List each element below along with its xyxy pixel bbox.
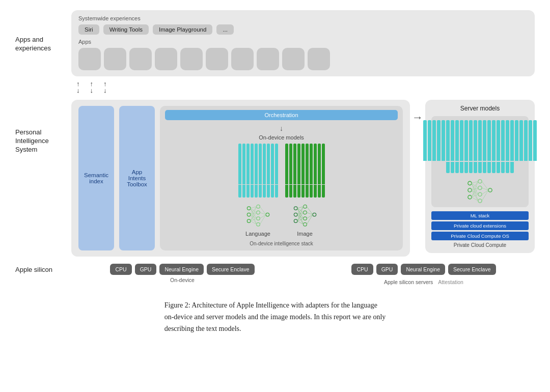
img-bot-6 xyxy=(306,185,309,198)
language-bars-top xyxy=(238,144,278,184)
pcc-os-bar: Private Cloud Compute OS xyxy=(431,232,529,240)
lang-bot-7 xyxy=(263,185,266,198)
img-bot-5 xyxy=(301,185,305,198)
s-bar-11 xyxy=(469,120,473,161)
img-bot-10 xyxy=(322,185,325,198)
apps-experiences-label: Apps and experiences xyxy=(15,15,71,53)
s-bot-14 xyxy=(506,162,509,173)
left-labels: Apps and experiences Personal Intelligen… xyxy=(15,10,71,274)
ondevice-models-block: Orchestration ↓ On-device models xyxy=(160,106,403,250)
s-bar-21 xyxy=(515,120,518,161)
language-nn-icon xyxy=(245,202,271,228)
ml-stack-bar: ML stack xyxy=(431,211,529,220)
lang-bot-2 xyxy=(242,185,245,198)
s-bar-6 xyxy=(446,120,450,161)
lang-bot-9 xyxy=(271,185,274,198)
orch-down-arrow: ↓ xyxy=(165,124,398,132)
svg-point-0 xyxy=(247,207,251,210)
lang-bot-1 xyxy=(238,185,241,198)
s-bot-11 xyxy=(492,162,496,173)
s-bar-2 xyxy=(428,120,431,161)
server-section: Server models xyxy=(425,100,535,253)
img-bot-4 xyxy=(297,185,300,198)
s-bar-10 xyxy=(464,120,468,161)
svg-line-70 xyxy=(482,190,488,194)
image-bars-top xyxy=(285,144,325,184)
language-model-block: Language xyxy=(238,144,278,237)
models-row: Language xyxy=(165,144,398,237)
s-bot-1 xyxy=(446,162,450,173)
svg-line-22 xyxy=(260,215,266,219)
neural-engine-ondevice: Neural Engine xyxy=(159,264,204,275)
s-bar-5 xyxy=(442,120,445,161)
s-bar-1 xyxy=(423,120,427,161)
s-bar-25 xyxy=(533,120,537,161)
s-bar-7 xyxy=(451,120,454,161)
systemwide-label: Systemwide experiences xyxy=(78,15,528,21)
svg-point-51 xyxy=(478,180,482,183)
language-bars-bottom xyxy=(238,185,278,200)
svg-point-50 xyxy=(468,195,472,199)
image-playground-pill: Image Playground xyxy=(153,24,212,35)
lang-bar-6 xyxy=(259,144,262,184)
app-intents-label: App Intents Toolbox xyxy=(127,169,147,187)
orchestration-bar: Orchestration xyxy=(165,110,398,120)
s-bot-5 xyxy=(464,162,468,173)
ondevice-silicon-label: On-device xyxy=(170,277,195,283)
s-bar-18 xyxy=(501,120,505,161)
server-nn-icon xyxy=(466,178,494,203)
img-bar-8 xyxy=(314,144,317,184)
lang-bot-10 xyxy=(275,185,278,198)
svg-point-3 xyxy=(256,205,260,208)
semantic-index-col: Semantic index xyxy=(78,106,114,250)
img-bot-8 xyxy=(314,185,317,198)
app-icon-7 xyxy=(231,48,254,70)
server-silicon-label: Apple silicon servers xyxy=(384,279,433,285)
img-bot-3 xyxy=(293,185,296,198)
svg-point-48 xyxy=(468,181,472,185)
s-bot-7 xyxy=(474,162,477,173)
image-model-block: Image xyxy=(285,144,325,237)
s-bot-13 xyxy=(501,162,505,173)
app-icon-3 xyxy=(129,48,152,70)
lang-bar-9 xyxy=(271,144,274,184)
s-bar-8 xyxy=(455,120,459,161)
s-bot-15 xyxy=(510,162,514,173)
s-bar-15 xyxy=(487,120,491,161)
app-icon-10 xyxy=(308,48,330,70)
pis-label: Personal Intelligence System xyxy=(15,128,71,154)
secure-enclave-ondevice: Secure Enclave xyxy=(207,264,255,275)
app-icon-5 xyxy=(180,48,203,70)
svg-point-2 xyxy=(247,219,251,223)
svg-point-54 xyxy=(478,199,482,203)
s-bar-17 xyxy=(497,120,500,161)
ondevice-silicon: CPU GPU Neural Engine Secure Enclave On-… xyxy=(71,264,293,285)
s-bot-12 xyxy=(497,162,500,173)
more-pill: ... xyxy=(216,24,234,35)
secure-enclave-server: Secure Enclave xyxy=(448,264,496,275)
s-bar-3 xyxy=(432,120,436,161)
semantic-index-label: Semantic index xyxy=(84,172,108,184)
cpu-chip-server: CPU xyxy=(351,264,373,275)
apps-sub-label: Apps xyxy=(78,39,528,45)
writing-tools-pill: Writing Tools xyxy=(103,24,149,35)
svg-point-31 xyxy=(313,213,316,216)
s-bot-6 xyxy=(469,162,473,173)
app-icon-1 xyxy=(78,48,101,70)
pis-inner: Semantic index App Intents Toolbox Orche… xyxy=(78,106,403,250)
server-silicon: CPU GPU Neural Engine Secure Enclave App… xyxy=(313,264,535,285)
image-bars xyxy=(285,144,325,200)
caption-text: Figure 2: Architecture of Apple Intellig… xyxy=(164,301,386,332)
svg-point-6 xyxy=(256,222,260,226)
pcc-extensions-bar: Private cloud extensions xyxy=(431,221,529,230)
pcc-label: Private Cloud Compute xyxy=(431,242,529,248)
svg-point-5 xyxy=(256,217,260,220)
app-icon-9 xyxy=(282,48,305,70)
img-bot-7 xyxy=(310,185,313,198)
s-bot-8 xyxy=(478,162,482,173)
svg-point-1 xyxy=(247,213,251,216)
img-bar-3 xyxy=(293,144,296,184)
lang-bar-3 xyxy=(246,144,250,184)
figure-caption: Figure 2: Architecture of Apple Intellig… xyxy=(164,299,386,334)
lang-bar-4 xyxy=(251,144,254,184)
